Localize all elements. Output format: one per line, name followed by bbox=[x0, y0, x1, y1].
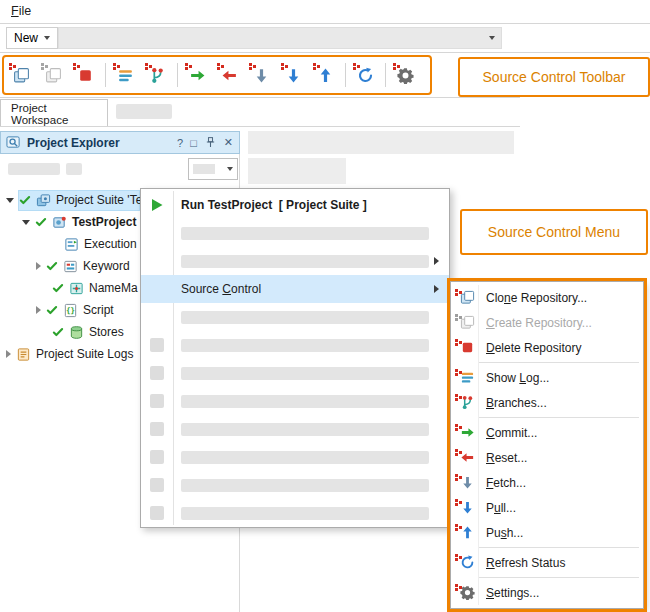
tree-item-project-suite[interactable]: Project Suite 'Te bbox=[6, 190, 147, 210]
menu-item-blur bbox=[181, 227, 429, 240]
tree-item-script[interactable]: Script bbox=[36, 300, 119, 320]
menu-item-refresh-status[interactable]: Refresh Status bbox=[451, 550, 643, 575]
clone-repository-button[interactable] bbox=[8, 62, 34, 88]
project-suite-icon bbox=[36, 193, 51, 208]
tabs-divider bbox=[0, 126, 520, 127]
menu-item-placeholder[interactable] bbox=[141, 499, 449, 527]
maximize-button[interactable]: □ bbox=[190, 137, 197, 149]
toolbar-bottom-divider bbox=[0, 97, 520, 98]
tree-item-keyword-tests[interactable]: Keyword bbox=[36, 256, 135, 276]
app-window: File New Source Control Toolbar Project … bbox=[0, 0, 650, 612]
close-button[interactable]: ✕ bbox=[224, 136, 233, 149]
expander-closed-icon[interactable] bbox=[6, 350, 11, 358]
menu-item-label: Refresh Status bbox=[479, 556, 565, 570]
git-badge-icon bbox=[392, 62, 401, 71]
menu-item-branches[interactable]: Branches... bbox=[451, 390, 643, 415]
menu-item-label: Settings... bbox=[479, 586, 539, 600]
tree-item-testproject[interactable]: TestProject bbox=[22, 212, 141, 232]
git-badge-icon bbox=[280, 62, 289, 71]
menu-item-placeholder[interactable] bbox=[141, 415, 449, 443]
menu-icon-placeholder bbox=[150, 422, 164, 436]
menu-item-placeholder[interactable] bbox=[141, 359, 449, 387]
menu-item-fetch[interactable]: Fetch... bbox=[451, 470, 643, 495]
menu-item-label: Show Log... bbox=[479, 371, 549, 385]
git-badge-icon bbox=[454, 473, 463, 482]
menu-item-run-testproject[interactable]: Run TestProject [ Project Suite ] bbox=[141, 191, 449, 219]
menu-item-placeholder[interactable] bbox=[141, 303, 449, 331]
explorer-toolbar-placeholder bbox=[8, 163, 60, 175]
menu-icon-placeholder bbox=[150, 478, 164, 492]
menu-item-label: Pull... bbox=[479, 501, 516, 515]
tree-item-name-mapping[interactable]: NameMa bbox=[52, 278, 143, 298]
check-icon bbox=[19, 194, 31, 206]
show-log-button[interactable] bbox=[112, 62, 138, 88]
reset-button[interactable] bbox=[216, 62, 242, 88]
menu-item-placeholder[interactable] bbox=[141, 443, 449, 471]
stores-icon bbox=[69, 325, 84, 340]
menu-item-source-control[interactable]: Source Control bbox=[141, 275, 449, 303]
expander-closed-icon[interactable] bbox=[36, 262, 41, 270]
project-icon bbox=[52, 215, 67, 230]
toolbar-separator bbox=[385, 63, 386, 87]
fetch-button[interactable] bbox=[248, 62, 274, 88]
menu-item-blur bbox=[181, 423, 429, 436]
tree-item-stores[interactable]: Stores bbox=[52, 322, 129, 342]
delete-repository-button[interactable] bbox=[72, 62, 98, 88]
menu-item-placeholder[interactable] bbox=[141, 219, 449, 247]
toolbar-combobox[interactable] bbox=[58, 27, 502, 49]
menu-item-placeholder[interactable] bbox=[141, 331, 449, 359]
menu-icon-placeholder bbox=[150, 394, 164, 408]
create-repository-button[interactable] bbox=[40, 62, 66, 88]
tree-item-project-suite-logs[interactable]: Project Suite Logs bbox=[6, 344, 138, 364]
git-badge-icon bbox=[454, 553, 463, 562]
menu-item-commit[interactable]: Commit... bbox=[451, 420, 643, 445]
menu-item-pull[interactable]: Pull... bbox=[451, 495, 643, 520]
git-badge-icon bbox=[454, 448, 463, 457]
toolbar-divider bbox=[0, 52, 650, 53]
settings-button[interactable] bbox=[392, 62, 418, 88]
refresh-status-button[interactable] bbox=[352, 62, 378, 88]
pull-button[interactable] bbox=[280, 62, 306, 88]
menu-item-delete-repository[interactable]: Delete Repository bbox=[451, 335, 643, 360]
menu-item-label: Source Control bbox=[173, 282, 261, 296]
help-button[interactable]: ? bbox=[177, 137, 183, 149]
menu-item-placeholder[interactable] bbox=[141, 471, 449, 499]
submenu-arrow-icon bbox=[434, 257, 439, 265]
menu-item-clone-repository[interactable]: Clone Repository... bbox=[451, 285, 643, 310]
execution-plan-icon bbox=[64, 237, 79, 252]
menu-item-label: Fetch... bbox=[479, 476, 526, 490]
menu-separator bbox=[479, 362, 639, 363]
explorer-dropdown[interactable] bbox=[188, 158, 238, 180]
toolbar-separator bbox=[177, 63, 178, 87]
menu-item-create-repository[interactable]: Create Repository... bbox=[451, 310, 643, 335]
menu-item-blur bbox=[181, 451, 429, 464]
name-mapping-icon bbox=[69, 281, 84, 296]
pin-button[interactable] bbox=[204, 136, 217, 149]
git-badge-icon bbox=[454, 423, 463, 432]
panel-placeholder bbox=[248, 158, 346, 184]
new-button[interactable]: New bbox=[6, 27, 58, 49]
push-button[interactable] bbox=[312, 62, 338, 88]
expander-closed-icon[interactable] bbox=[36, 306, 41, 314]
menu-item-placeholder[interactable] bbox=[141, 247, 449, 275]
menu-item-reset[interactable]: Reset... bbox=[451, 445, 643, 470]
branches-button[interactable] bbox=[144, 62, 170, 88]
expander-open-icon[interactable] bbox=[22, 220, 30, 225]
menu-item-push[interactable]: Push... bbox=[451, 520, 643, 545]
git-badge-icon bbox=[216, 62, 225, 71]
chevron-down-icon bbox=[489, 36, 495, 40]
commit-button[interactable] bbox=[184, 62, 210, 88]
menu-item-placeholder[interactable] bbox=[141, 387, 449, 415]
menu-item-show-log[interactable]: Show Log... bbox=[451, 365, 643, 390]
tab-placeholder[interactable] bbox=[116, 104, 172, 119]
menu-item-settings[interactable]: Settings... bbox=[451, 580, 643, 605]
dropdown-value-placeholder bbox=[193, 164, 215, 174]
menu-separator bbox=[479, 547, 639, 548]
expander-open-icon[interactable] bbox=[6, 198, 14, 203]
tab-project-workspace[interactable]: Project Workspace bbox=[0, 99, 108, 127]
menu-file[interactable]: File bbox=[11, 4, 31, 18]
project-suite-logs-icon bbox=[16, 347, 31, 362]
menu-item-label: Branches... bbox=[479, 396, 547, 410]
git-badge-icon bbox=[454, 393, 463, 402]
git-badge-icon bbox=[248, 62, 257, 71]
